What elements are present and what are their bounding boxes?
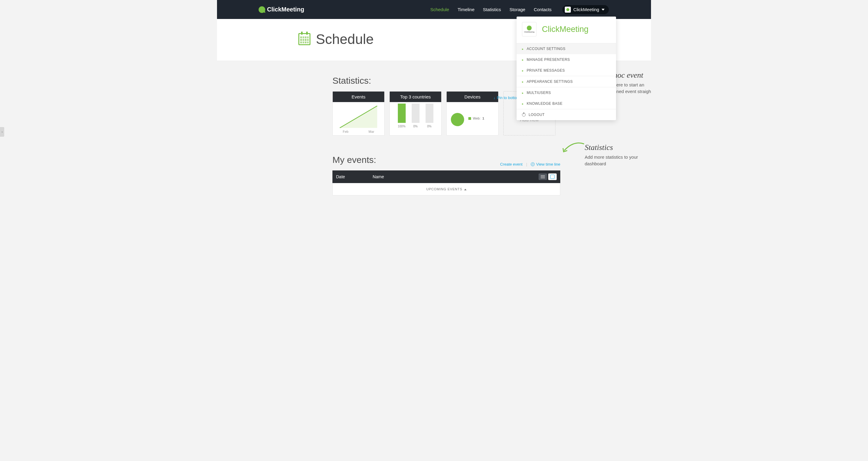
- nav-timeline[interactable]: Timeline: [458, 7, 474, 12]
- dropdown-logo-icon: ClickMeeting: [522, 22, 536, 36]
- devices-pie: [451, 113, 464, 126]
- brand-mark-icon: [258, 6, 265, 13]
- dd-logout[interactable]: LOGOUT: [517, 109, 616, 120]
- clock-icon: ⏱: [531, 162, 535, 166]
- account-dropdown: ClickMeeting ClickMeeting ▸ACCOUNT SETTI…: [517, 17, 616, 120]
- card-devices[interactable]: Devices Web: 1: [446, 91, 498, 135]
- devices-legend: Web: 1: [468, 117, 484, 120]
- card-countries-title: Top 3 countries: [390, 92, 441, 102]
- dd-account-settings[interactable]: ▸ACCOUNT SETTINGS: [517, 43, 616, 54]
- callout-stats: Statistics Add more statistics to your d…: [585, 143, 645, 167]
- dd-manage-presenters[interactable]: ▸MANAGE PRESENTERS: [517, 54, 616, 65]
- events-toolbar: Create event | ⏱View time line: [500, 162, 560, 166]
- card-devices-title: Devices: [447, 92, 498, 102]
- legend-swatch: [468, 117, 471, 120]
- x-label-feb: Feb: [343, 130, 348, 133]
- nav-schedule[interactable]: Schedule: [430, 7, 450, 12]
- arrow-swoosh-icon: [562, 141, 585, 154]
- create-event-link[interactable]: Create event: [500, 162, 522, 166]
- nav-links: Schedule Timeline Statistics Storage Con…: [430, 7, 552, 12]
- view-toggle: [537, 173, 557, 180]
- arrow-down-icon: ↓: [493, 95, 495, 100]
- list-view-button[interactable]: [538, 173, 547, 180]
- callout-stats-body: Add more statistics to your dashboard: [585, 154, 645, 167]
- nav-storage[interactable]: Storage: [509, 7, 525, 12]
- arrow-right-icon: ▸: [522, 80, 524, 84]
- calendar-icon: [299, 33, 310, 45]
- upcoming-events-toggle[interactable]: UPCOMING EVENTS: [333, 183, 560, 195]
- account-menu-button[interactable]: ClickMeeting: [562, 5, 609, 14]
- countries-bars: 100% 0% 0%: [392, 106, 439, 128]
- x-label-mar: Mar: [369, 130, 374, 133]
- calendar-small-icon: [550, 175, 555, 179]
- triangle-up-icon: [464, 189, 467, 190]
- dd-knowledge-base[interactable]: ▸KNOWLEDGE BASE: [517, 98, 616, 109]
- list-icon: [541, 175, 545, 178]
- col-date: Date: [336, 174, 345, 179]
- dd-private-messages[interactable]: ▸PRIVATE MESSAGES: [517, 65, 616, 76]
- nav-statistics[interactable]: Statistics: [483, 7, 501, 12]
- dd-multiusers[interactable]: ▸MULTIUSERS: [517, 87, 616, 98]
- events-table-header: Date Name: [333, 170, 560, 183]
- top-nav: ClickMeeting Schedule Timeline Statistic…: [217, 0, 651, 19]
- events-chart: [335, 104, 382, 129]
- dropdown-header: ClickMeeting ClickMeeting: [517, 17, 616, 43]
- arrow-right-icon: ▸: [522, 47, 524, 51]
- pin-to-bottom-link[interactable]: ↓Pin to bottom: [493, 95, 520, 100]
- brand-name: ClickMeeting: [267, 6, 304, 13]
- account-label: ClickMeeting: [573, 7, 599, 12]
- dropdown-title: ClickMeeting: [542, 25, 589, 34]
- card-events-title: Events: [333, 92, 384, 102]
- account-logo-icon: [565, 7, 571, 13]
- page-title: Schedule: [299, 31, 374, 47]
- card-events[interactable]: Events Feb Mar: [333, 91, 384, 135]
- callout-stats-title: Statistics: [585, 143, 645, 152]
- power-icon: [522, 113, 526, 117]
- arrow-right-icon: ▸: [522, 69, 524, 72]
- col-name: Name: [373, 174, 384, 179]
- view-timeline-link[interactable]: ⏱View time line: [531, 162, 560, 166]
- arrow-right-icon: ▸: [522, 91, 524, 95]
- chevron-down-icon: [601, 9, 604, 10]
- arrow-right-icon: ▸: [522, 58, 524, 61]
- nav-contacts[interactable]: Contacts: [534, 7, 552, 12]
- arrow-right-icon: ▸: [522, 102, 524, 105]
- dd-appearance-settings[interactable]: ▸APPEARANCE SETTINGS: [517, 76, 616, 87]
- card-countries[interactable]: Top 3 countries 100% 0% 0%: [390, 91, 441, 135]
- brand-logo[interactable]: ClickMeeting: [258, 6, 304, 13]
- calendar-view-button[interactable]: [548, 173, 557, 180]
